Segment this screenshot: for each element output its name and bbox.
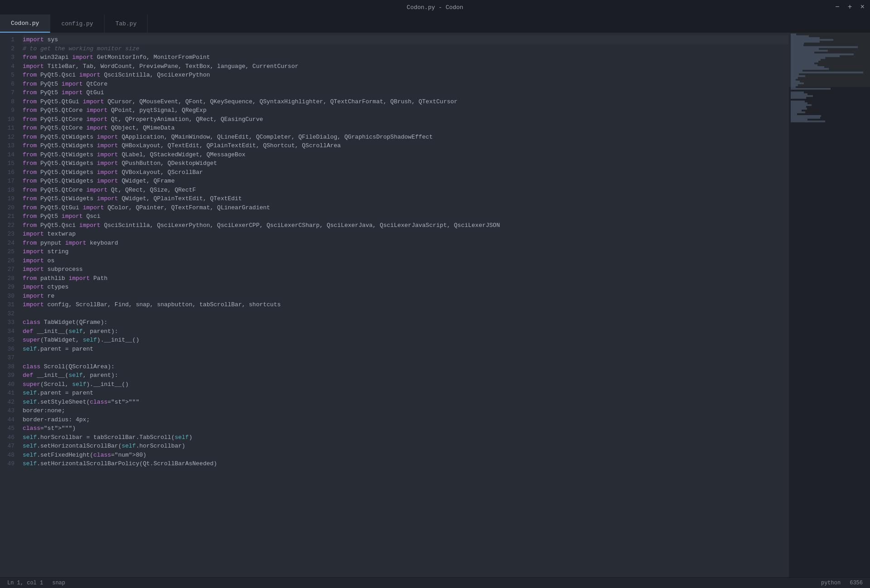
code-line: self.setHorizontalScrollBar(self.horScro… — [23, 442, 788, 451]
code-line: import ctypes — [23, 283, 788, 292]
tab-tabpy[interactable]: Tab.py — [105, 14, 148, 33]
code-line: from PyQt5.QtWidgets import QApplication… — [23, 133, 788, 142]
code-line: from PyQt5 import Qsci — [23, 212, 788, 221]
tab-codon[interactable]: Codon.py — [0, 14, 50, 33]
minimap[interactable] — [788, 33, 870, 577]
code-line: from PyQt5.Qsci import QsciScintilla, Qs… — [23, 221, 788, 230]
code-lines[interactable]: import sys# to get the working monitor s… — [19, 34, 788, 575]
code-line: import string — [23, 247, 788, 256]
code-line: import re — [23, 292, 788, 301]
code-line: self.horScrollbar = tabScrollBar.TabScro… — [23, 433, 788, 442]
window-controls[interactable]: − + × — [835, 3, 865, 11]
code-line: from pynput import keyboard — [23, 239, 788, 248]
editor-area[interactable]: 1234567891011121314151617181920212223242… — [0, 33, 788, 577]
snap-indicator: snap — [52, 580, 65, 586]
code-line: self.setFixedHeight(class="num">80) — [23, 451, 788, 460]
code-line: from PyQt5.QtWidgets import QWidget, QPl… — [23, 194, 788, 203]
code-line: self.setHorizontalScrollBarPolicy(Qt.Scr… — [23, 459, 788, 468]
code-line: from PyQt5.QtCore import Qt, QPropertyAn… — [23, 115, 788, 124]
code-line: class TabWidget(QFrame): — [23, 318, 788, 327]
tab-config[interactable]: config.py — [50, 14, 104, 33]
cursor-position: Ln 1, col 1 — [7, 580, 43, 586]
code-line: from PyQt5.QtCore import QPoint, pyqtSig… — [23, 106, 788, 115]
code-line: import textwrap — [23, 230, 788, 239]
code-line — [23, 353, 788, 362]
code-line: from PyQt5.QtCore import QObject, QMimeD… — [23, 124, 788, 133]
code-line: import config, ScrollBar, Find, snap, sn… — [23, 300, 788, 309]
code-line: from PyQt5.QtWidgets import QVBoxLayout,… — [23, 168, 788, 177]
code-line: # to get the working monitor size — [23, 44, 788, 53]
code-content: 1234567891011121314151617181920212223242… — [0, 33, 788, 577]
code-line: border-radius: 4px; — [23, 415, 788, 424]
code-line: self.parent = parent — [23, 389, 788, 398]
code-line: from PyQt5.QtWidgets import QWidget, QFr… — [23, 177, 788, 186]
title-bar: Codon.py - Codon − + × — [0, 0, 870, 14]
code-line: from PyQt5.QtCore import Qt, QRect, QSiz… — [23, 186, 788, 195]
status-bar: Ln 1, col 1 snap python 6356 — [0, 577, 870, 588]
code-line: import os — [23, 256, 788, 265]
minimap-content — [789, 33, 870, 123]
code-line: def __init__(self, parent): — [23, 371, 788, 380]
line-count: 6356 — [850, 580, 863, 586]
code-line: super(Scroll, self).__init__() — [23, 380, 788, 389]
code-line: from PyQt5.QtWidgets import QHBoxLayout,… — [23, 141, 788, 150]
maximize-button[interactable]: + — [848, 3, 852, 11]
status-right: python 6356 — [821, 580, 863, 586]
code-line: self.parent = parent — [23, 345, 788, 354]
code-line — [23, 309, 788, 318]
language-indicator: python — [821, 580, 841, 586]
code-line: from PyQt5.QtGui import QColor, QPainter… — [23, 203, 788, 212]
code-line: class="st">""") — [23, 424, 788, 433]
main-area: 1234567891011121314151617181920212223242… — [0, 33, 870, 577]
code-line: from pathlib import Path — [23, 274, 788, 283]
code-line: class Scroll(QScrollArea): — [23, 362, 788, 371]
code-line: border:none; — [23, 406, 788, 415]
code-line: from PyQt5.QtWidgets import QLabel, QSta… — [23, 150, 788, 159]
code-line: from PyQt5 import QtGui — [23, 88, 788, 97]
status-left: Ln 1, col 1 snap — [7, 580, 65, 586]
code-line: import subprocess — [23, 265, 788, 274]
tab-bar: Codon.py config.py Tab.py — [0, 14, 870, 33]
code-line: self.setStyleSheet(class="st">""" — [23, 398, 788, 407]
code-line: super(TabWidget, self).__init__() — [23, 336, 788, 345]
line-numbers: 1234567891011121314151617181920212223242… — [0, 34, 19, 575]
minimize-button[interactable]: − — [835, 3, 840, 11]
code-line: from PyQt5.Qsci import QsciScintilla, Qs… — [23, 71, 788, 80]
code-line: def __init__(self, parent): — [23, 327, 788, 336]
code-line: from PyQt5.QtWidgets import QPushButton,… — [23, 159, 788, 168]
code-line: import TitleBar, Tab, WordCount, Preview… — [23, 62, 788, 71]
code-line: from PyQt5.QtGui import QCursor, QMouseE… — [23, 97, 788, 106]
code-line: import sys — [23, 35, 788, 44]
close-button[interactable]: × — [860, 3, 865, 11]
code-line: from win32api import GetMonitorInfo, Mon… — [23, 53, 788, 62]
window-title: Codon.py - Codon — [407, 4, 464, 11]
code-line: from PyQt5 import QtCore — [23, 80, 788, 89]
